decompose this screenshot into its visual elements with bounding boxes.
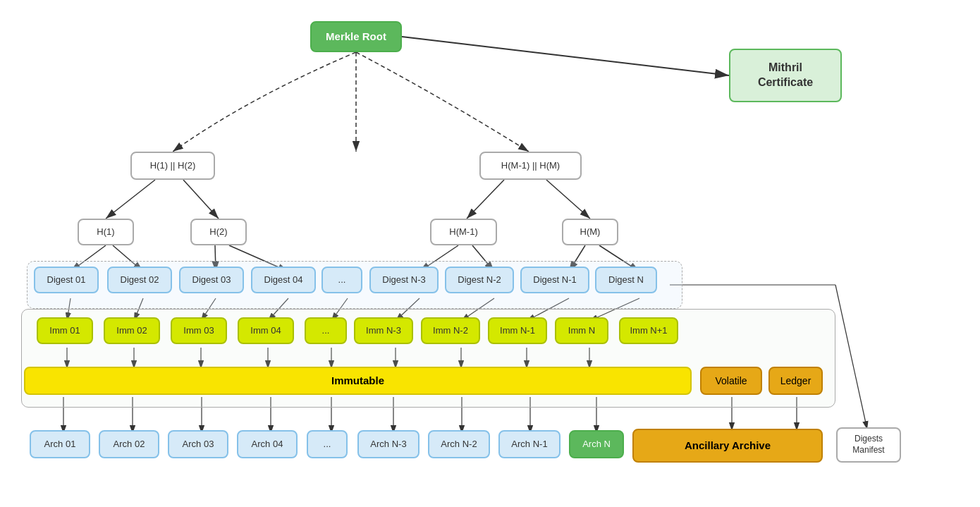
digest02-node: Digest 02	[107, 267, 172, 293]
digest-dots-node: ...	[321, 267, 362, 293]
digestn3-node: Digest N-3	[369, 267, 439, 293]
diagram: Merkle Root MithrilCertificate H(1) || H…	[0, 0, 980, 507]
h2-node: H(2)	[190, 219, 247, 245]
digests-manifest-node: DigestsManifest	[836, 427, 901, 463]
immnp1-node: Imm N+1	[619, 317, 678, 344]
svg-line-4	[106, 180, 155, 219]
arch02-node: Arch 02	[99, 430, 159, 458]
imm-dots-node: ...	[305, 317, 347, 344]
archn2-node: Arch N-2	[428, 430, 490, 458]
digest01-node: Digest 01	[34, 267, 99, 293]
immn-node: Imm N	[555, 317, 608, 344]
immn1-node: Imm N-1	[488, 317, 547, 344]
digestn1-node: Digest N-1	[520, 267, 589, 293]
digest04-node: Digest 04	[251, 267, 316, 293]
imm02-node: Imm 02	[104, 317, 160, 344]
archn-node: Arch N	[569, 430, 624, 458]
archn1-node: Arch N-1	[498, 430, 561, 458]
imm04-node: Imm 04	[238, 317, 294, 344]
h1h2-node: H(1) || H(2)	[130, 152, 215, 180]
arch04-node: Arch 04	[237, 430, 298, 458]
svg-line-6	[467, 180, 504, 219]
digestn2-node: Digest N-2	[445, 267, 514, 293]
ancillary-archive-node: Ancillary Archive	[632, 429, 823, 463]
svg-line-46	[835, 285, 867, 429]
imm01-node: Imm 01	[37, 317, 93, 344]
digestn-node: Digest N	[595, 267, 657, 293]
archn3-node: Arch N-3	[357, 430, 419, 458]
svg-line-7	[546, 180, 590, 219]
merkle-root-node: Merkle Root	[310, 21, 402, 52]
h1-node: H(1)	[78, 219, 134, 245]
immn2-node: Imm N-2	[421, 317, 480, 344]
mithril-certificate-node: MithrilCertificate	[729, 49, 842, 102]
imm03-node: Imm 03	[171, 317, 227, 344]
hm1hm-node: H(M-1) || H(M)	[479, 152, 582, 180]
volatile-node: Volatile	[700, 367, 762, 395]
ledger-node: Ledger	[768, 367, 823, 395]
svg-line-2	[402, 37, 729, 75]
arch03-node: Arch 03	[168, 430, 228, 458]
immutable-bar: Immutable	[24, 367, 692, 395]
arch-dots-node: ...	[307, 430, 348, 458]
arch01-node: Arch 01	[30, 430, 90, 458]
svg-line-5	[183, 180, 219, 219]
hm1-node: H(M-1)	[430, 219, 497, 245]
digest03-node: Digest 03	[179, 267, 244, 293]
immn3-node: Imm N-3	[354, 317, 413, 344]
hm-node: H(M)	[562, 219, 618, 245]
